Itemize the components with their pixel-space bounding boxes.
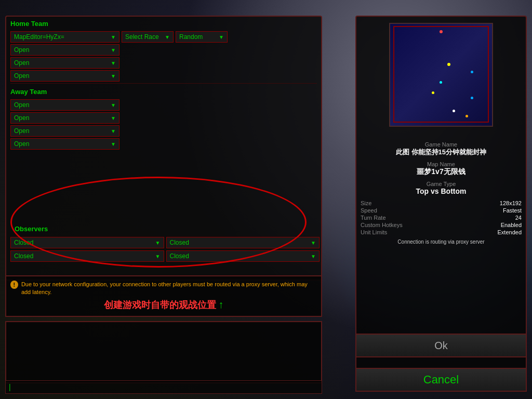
away-slot-1-arrow: ▼ — [111, 102, 116, 108]
annotation-arrow: ↑ — [218, 299, 223, 310]
speed-label: Speed — [361, 207, 377, 214]
custom-hotkeys-row: Custom Hotkeys Enabled — [356, 221, 526, 229]
observer-slot-1-label: Closed — [14, 239, 33, 246]
map-border — [393, 26, 489, 123]
away-slot-3-label: Open — [14, 127, 29, 135]
away-slot-2-row: Open ▼ — [10, 112, 317, 124]
map-name-label: Map Name — [365, 161, 517, 167]
home-slot-2-label: Open — [14, 59, 29, 66]
away-slot-1-row: Open ▼ — [10, 99, 317, 111]
chat-input[interactable]: | — [5, 380, 322, 394]
home-slot-3-row: Open ▼ — [10, 70, 317, 82]
observer-slot-2-dropdown[interactable]: Closed ▼ — [166, 237, 320, 248]
game-info: Game Name 此图 你能坚持15分钟就能封神 Map Name 噩梦1v7… — [356, 133, 526, 200]
home-slot-2-dropdown[interactable]: Open ▼ — [10, 57, 119, 69]
home-team-label: Home Team — [6, 17, 321, 30]
map-dot-blue1 — [471, 71, 473, 73]
home-slot-1-row: Open ▼ — [10, 44, 317, 56]
home-slot-1-label: Open — [14, 46, 29, 54]
home-slot-3-arrow: ▼ — [111, 73, 116, 79]
size-label: Size — [361, 200, 371, 206]
custom-hotkeys-value: Enabled — [501, 222, 522, 228]
observer-grid: Closed ▼ Closed ▼ Closed ▼ Closed ▼ — [10, 237, 320, 262]
away-slot-3-row: Open ▼ — [10, 125, 317, 137]
observers-section: Observers Closed ▼ Closed ▼ Closed ▼ Clo… — [10, 222, 320, 264]
away-slot-4-label: Open — [14, 140, 29, 148]
observer-slot-3-label: Closed — [14, 252, 33, 260]
home-slot-1-dropdown[interactable]: Open ▼ — [10, 44, 119, 56]
away-slot-3-dropdown[interactable]: Open ▼ — [10, 125, 119, 137]
message-bar: ! Due to your network configuration, you… — [5, 275, 322, 317]
away-slot-4-row: Open ▼ — [10, 138, 317, 150]
player1-name: MapEditor=HyZx= — [14, 33, 64, 41]
observer-slot-2-label: Closed — [170, 239, 189, 246]
turn-rate-label: Turn Rate — [361, 215, 386, 221]
observer-slot-4-dropdown[interactable]: Closed ▼ — [166, 250, 320, 262]
map-dot-blue2 — [471, 97, 473, 99]
cancel-button[interactable]: Cancel — [355, 368, 527, 392]
player1-arrow: ▼ — [111, 34, 116, 40]
bottom-input-area — [5, 321, 322, 383]
turn-rate-row: Turn Rate 24 — [356, 214, 526, 221]
random-label: Random — [179, 33, 203, 41]
player1-dropdown[interactable]: MapEditor=HyZx= ▼ — [10, 31, 119, 43]
unit-limits-row: Unit Limits Extended — [356, 229, 526, 236]
home-team-section: Home Team MapEditor=HyZx= ▼ Select Race … — [6, 17, 321, 82]
annotation-chinese-text: 创建游戏时自带的观战位置 — [104, 300, 216, 310]
map-dot-cyan — [440, 81, 442, 84]
away-slot-3-arrow: ▼ — [111, 128, 116, 134]
observers-label: Observers — [10, 222, 320, 235]
observer-slot-2-arrow: ▼ — [311, 240, 316, 246]
player1-row: MapEditor=HyZx= ▼ Select Race ▼ Random ▼ — [10, 31, 317, 43]
home-slot-3-dropdown[interactable]: Open ▼ — [10, 70, 119, 82]
size-value: 128x192 — [500, 200, 522, 206]
observer-slot-3-arrow: ▼ — [155, 254, 161, 259]
map-preview — [389, 23, 493, 127]
ok-label: Ok — [434, 340, 448, 352]
custom-hotkeys-label: Custom Hotkeys — [361, 222, 403, 228]
size-row: Size 128x192 — [356, 200, 526, 207]
unit-limits-value: Extended — [498, 229, 522, 235]
game-name-value: 此图 你能坚持15分钟就能封神 — [365, 148, 517, 157]
away-slot-2-arrow: ▼ — [111, 115, 116, 121]
random-dropdown[interactable]: Random ▼ — [176, 31, 228, 43]
observer-slot-1-arrow: ▼ — [155, 240, 161, 246]
map-dot-yellow2 — [432, 91, 434, 94]
cancel-label: Cancel — [423, 373, 459, 387]
unit-limits-label: Unit Limits — [361, 229, 387, 235]
select-race-label: Select Race — [125, 33, 159, 41]
map-dot-orange — [466, 115, 468, 117]
home-slot-1-arrow: ▼ — [111, 47, 116, 53]
map-dot-white — [453, 110, 455, 112]
observer-slot-4-arrow: ▼ — [311, 254, 316, 259]
map-dot-yellow1 — [447, 63, 450, 66]
away-slot-4-arrow: ▼ — [111, 141, 116, 147]
map-name-value: 噩梦1v7无限钱 — [365, 167, 517, 177]
game-type-value: Top vs Bottom — [365, 187, 517, 195]
away-slot-4-dropdown[interactable]: Open ▼ — [10, 138, 119, 150]
divider-1 — [10, 83, 317, 84]
observer-slot-4-label: Closed — [170, 252, 189, 260]
observer-slot-3-dropdown[interactable]: Closed ▼ — [10, 250, 164, 262]
turn-rate-value: 24 — [515, 215, 522, 221]
away-slot-2-label: Open — [14, 114, 29, 122]
select-race-dropdown[interactable]: Select Race ▼ — [122, 31, 174, 43]
ok-button[interactable]: Ok — [355, 334, 527, 357]
home-slot-2-row: Open ▼ — [10, 57, 317, 69]
home-slot-2-arrow: ▼ — [111, 60, 116, 66]
warning-icon: ! — [10, 281, 18, 289]
speed-value: Fastest — [503, 207, 522, 214]
warning-message: Due to your network configuration, your … — [21, 281, 317, 297]
cursor: | — [9, 383, 11, 391]
game-type-label: Game Type — [365, 181, 517, 187]
observer-slot-1-dropdown[interactable]: Closed ▼ — [10, 237, 164, 248]
away-slot-1-label: Open — [14, 101, 29, 109]
away-slot-2-dropdown[interactable]: Open ▼ — [10, 112, 119, 124]
connection-text: Connection is routing via proxy server — [356, 236, 526, 248]
away-slot-1-dropdown[interactable]: Open ▼ — [10, 99, 119, 111]
map-dot-red — [440, 30, 443, 33]
home-slot-3-label: Open — [14, 72, 29, 79]
random-arrow: ▼ — [219, 34, 224, 40]
speed-row: Speed Fastest — [356, 207, 526, 214]
left-panel: Home Team MapEditor=HyZx= ▼ Select Race … — [5, 16, 322, 281]
